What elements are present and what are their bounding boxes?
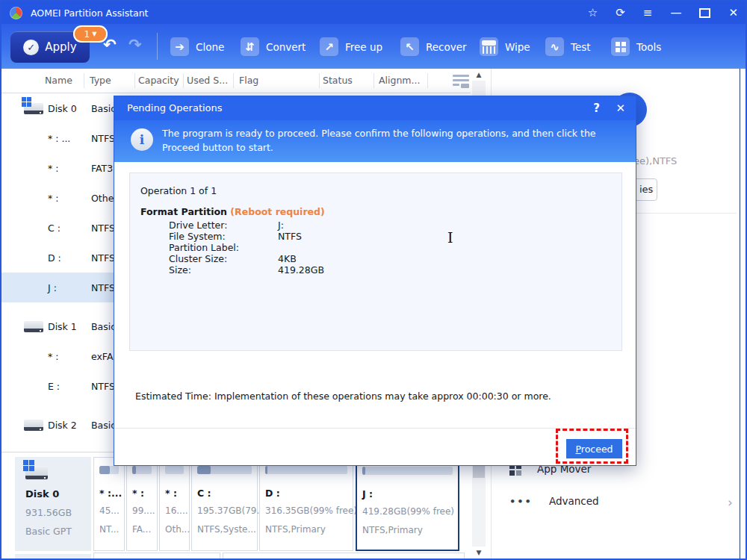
- disk-icon: [25, 466, 48, 479]
- capacity-bar-fill: [99, 466, 110, 474]
- reboot-required-note: (Reboot required): [227, 206, 325, 217]
- column-header-name[interactable]: Name: [45, 75, 72, 86]
- capacity-bar: [99, 466, 119, 474]
- toolbar-button-convert[interactable]: ⇵Convert: [241, 37, 306, 56]
- partition-name: * :: [165, 488, 177, 499]
- refresh-icon[interactable]: ⟳: [616, 7, 625, 19]
- advanced-dots-icon: •••: [509, 496, 533, 507]
- convert-icon: ⇵: [241, 37, 259, 56]
- sidebar-item-advanced[interactable]: •••Advanced: [509, 495, 599, 507]
- detail-label: Partition Label:: [169, 242, 239, 253]
- toolbar-button-clone[interactable]: ➔Clone: [170, 37, 224, 56]
- row-name: C :: [48, 223, 61, 234]
- scroll-down-icon[interactable]: ▼: [472, 547, 486, 559]
- dialog-message: The program is ready to proceed. Please …: [162, 126, 615, 155]
- partition-card-D[interactable]: D :316.35GB(99% free)NTFS,Primary: [259, 457, 353, 551]
- row-name: J :: [48, 282, 57, 293]
- chevron-right-icon[interactable]: ›: [728, 495, 733, 510]
- proceed-button[interactable]: Proceed: [566, 439, 622, 458]
- app-logo-icon: [10, 7, 22, 19]
- operation-detail-row: Drive Letter:J:: [130, 220, 622, 231]
- partition-card-[interactable]: * :16....Oth...: [159, 457, 190, 551]
- : [40, 429, 41, 430]
- dialog-banner: i The program is ready to proceed. Pleas…: [114, 120, 636, 162]
- partition-fs: NTFS,Primary: [265, 524, 326, 535]
- partition-fs: NTFS,Primary: [362, 525, 423, 535]
- row-type: NTFS: [91, 381, 115, 392]
- disk1-row-stub: [15, 554, 91, 560]
- convert-label: Convert: [266, 41, 306, 53]
- partition-card-[interactable]: * :...45...NT...: [93, 457, 125, 551]
- info-icon: i: [131, 128, 153, 151]
- disk1-partition-stub: [93, 553, 220, 560]
- partition-name: J :: [362, 488, 373, 500]
- detail-value: 4KB: [278, 253, 297, 264]
- row-type: Basic: [91, 103, 116, 114]
- menu-icon[interactable]: ≡: [643, 7, 653, 19]
- column-header-status[interactable]: Status: [323, 75, 353, 86]
- partition-fs: FA...: [132, 524, 151, 535]
- toolbar: ✓ Apply 1▼ ↶ ↷ ➔Clone⇵Convert↗Free up↖Re…: [1, 24, 746, 69]
- : [40, 112, 41, 113]
- free-up-icon: ↗: [320, 37, 338, 56]
- header-rule: [134, 73, 135, 88]
- column-header-flag[interactable]: Flag: [239, 75, 258, 86]
- disk-icon: [24, 420, 43, 431]
- dialog-title: Pending Operations: [127, 102, 223, 113]
- row-type: Basic: [91, 321, 116, 332]
- toolbar-button-test[interactable]: ∿Test: [545, 37, 591, 56]
- pending-operations-dialog: Pending Operations ? ✕ i The program is …: [114, 96, 636, 466]
- scroll-up-icon[interactable]: ▲: [472, 69, 486, 81]
- header-rule: [427, 73, 428, 88]
- toolbar-button-wipe[interactable]: Wipe: [480, 37, 530, 56]
- row-name: * :: [48, 351, 58, 362]
- partition-size: 99....: [132, 505, 155, 516]
- capacity-bar: [362, 467, 453, 475]
- partition-card-J[interactable]: J :419.28GB(99% free)NTFS,Primary: [356, 457, 459, 551]
- minimize-icon[interactable]: —: [670, 7, 681, 19]
- disk-grid-icon: [22, 97, 26, 102]
- partition-name: * :...: [99, 488, 122, 499]
- column-header-type[interactable]: Type: [90, 75, 111, 86]
- partition-fs: NT...: [99, 524, 119, 535]
- maximize-icon[interactable]: [699, 8, 710, 18]
- partition-size: 419.28GB(99% free): [362, 506, 454, 517]
- operations-list: Operation 1 of 1 Format Partition (Reboo…: [129, 172, 622, 351]
- row-type: FAT3: [91, 163, 113, 174]
- recover-label: Recover: [426, 41, 467, 53]
- toolbar-button-tools[interactable]: Tools: [611, 37, 661, 56]
- toolbar-button-free-up[interactable]: ↗Free up: [320, 37, 382, 56]
- row-type: NTFS: [91, 133, 115, 144]
- operation-title: Format Partition (Reboot required): [140, 206, 325, 217]
- text-cursor: I: [447, 229, 453, 246]
- view-columns-icon[interactable]: [453, 75, 469, 87]
- annotation-highlight: Proceed: [556, 429, 628, 464]
- app-title: AOMEI Partition Assistant: [31, 7, 149, 19]
- row-type: NTFS: [91, 252, 115, 264]
- detail-value: 419.28GB: [278, 264, 324, 276]
- column-header-alignm[interactable]: Alignm...: [379, 75, 420, 86]
- partition-card-C[interactable]: C :195.37GB(79...NTFS,Syste...: [191, 457, 258, 551]
- undo-icon[interactable]: ↶: [103, 36, 117, 54]
- column-header-capacity[interactable]: Capacity: [138, 75, 179, 86]
- tools-label: Tools: [636, 41, 661, 53]
- apply-check-icon: ✓: [23, 40, 39, 55]
- row-name: E :: [48, 381, 60, 392]
- toolbar-button-recover[interactable]: ↖Recover: [400, 37, 467, 56]
- favorite-star-icon[interactable]: ☆: [588, 7, 598, 19]
- row-name: * : ...: [48, 133, 70, 144]
- partition-card-[interactable]: * :99....FA...: [126, 457, 158, 551]
- close-icon[interactable]: ✕: [616, 102, 625, 115]
- column-header-useds[interactable]: Used S...: [187, 75, 228, 86]
- close-icon[interactable]: ✕: [728, 7, 738, 19]
- help-icon[interactable]: ?: [593, 102, 600, 115]
- operation-detail-row: Partition Label:: [130, 242, 622, 253]
- capacity-bar-fill: [197, 466, 211, 474]
- table-header: NameTypeCapacityUsed S...FlagStatusAlign…: [1, 69, 471, 93]
- wipe-icon: [480, 37, 498, 56]
- wipe-label: Wipe: [505, 41, 530, 53]
- row-name: Disk 2: [48, 420, 77, 431]
- partition-size: 45...: [99, 505, 120, 516]
- row-name: Disk 1: [48, 321, 77, 332]
- disk0-info-card[interactable]: Disk 0 931.56GB Basic GPT: [15, 457, 91, 551]
